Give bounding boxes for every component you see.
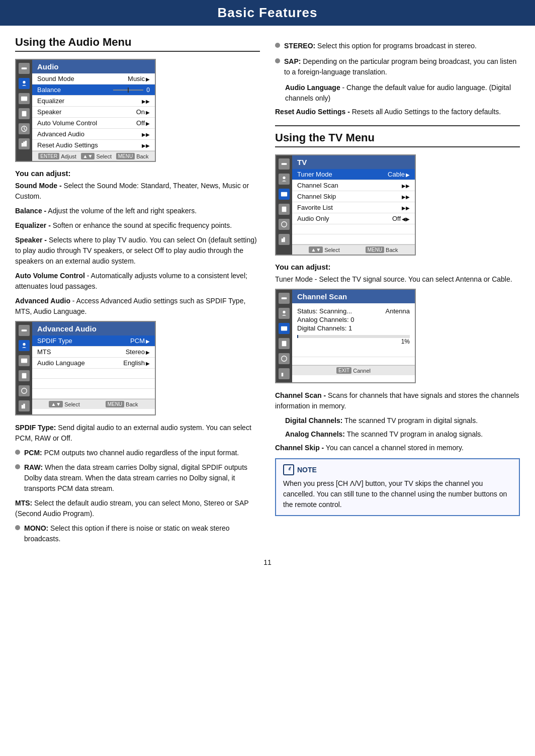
mts-label: MTS <box>37 348 51 356</box>
tv-footer-back: MENU Back <box>366 246 398 253</box>
adv-sidebar-icon-5 <box>19 385 30 396</box>
advanced-audio-label: Advanced Audio <box>37 130 84 138</box>
mts-value: Stereo <box>126 348 150 356</box>
svg-point-31 <box>283 311 285 313</box>
reset-audio-desc: Reset Audio Settings - Resets all Audio … <box>275 107 520 117</box>
adv-back-btn: MENU <box>106 401 124 407</box>
equalizer-value <box>142 97 150 105</box>
sound-mode-value: Music <box>128 75 150 82</box>
pcm-text: PCM: PCM outputs two channel audio regar… <box>24 448 239 458</box>
svg-rect-6 <box>23 112 25 113</box>
audio-sound-mode-row: Sound Mode Music <box>32 73 155 85</box>
scan-analog: Analog Channels: 0 <box>297 316 354 323</box>
channel-scan-value <box>402 182 410 189</box>
audio-reset-row: Reset Audio Settings <box>32 140 155 151</box>
scan-digital: Digital Channels: 1 <box>297 324 352 332</box>
note-text: When you press [CH Λ/V] button, your TV … <box>283 478 512 510</box>
pcm-dot <box>15 450 20 455</box>
channel-scan-row: Channel Scan <box>292 180 415 191</box>
audio-menu-box: Audio Sound Mode Music Balance 0 Equaliz <box>15 59 156 162</box>
tv-sidebar-icon-1 <box>279 158 290 170</box>
balance-tick <box>128 88 129 93</box>
audio-language-desc: Audio Language - Change the default valu… <box>285 82 520 104</box>
svg-rect-23 <box>281 192 287 197</box>
audio-only-row: Audio Only Off <box>292 213 415 224</box>
svg-rect-5 <box>22 111 27 117</box>
advanced-audio-menu-box: Advanced Audio SPDIF Type PCM MTS Stereo… <box>15 321 156 415</box>
tv-menu-title: Using the TV Menu <box>275 131 520 147</box>
reset-label: Reset Audio Settings <box>37 141 98 149</box>
channel-skip-label: Channel Skip <box>297 193 336 200</box>
raw-text: RAW: When the data stream carries Dolby … <box>24 462 260 494</box>
footer-back: MENU Back <box>116 153 149 159</box>
tv-sidebar-icon-4 <box>279 204 290 215</box>
tv-menu-header: TV <box>292 155 415 169</box>
svg-rect-18 <box>22 405 24 408</box>
cs-sidebar-icon-4 <box>279 338 290 349</box>
advanced-audio-arrow <box>142 130 150 138</box>
svg-rect-7 <box>23 114 25 115</box>
reset-arrow <box>142 141 150 149</box>
advanced-audio-header: Advanced Audio <box>32 322 155 335</box>
svg-point-26 <box>282 222 287 227</box>
tv-menu-content: TV Tuner Mode Cable Channel Scan Channel… <box>292 155 415 255</box>
svg-point-21 <box>283 163 285 165</box>
channel-skip-desc: Channel Skip - You can cancel a channel … <box>275 443 520 453</box>
tv-footer-select: ▲▼ Select <box>309 246 339 253</box>
svg-rect-16 <box>22 373 27 379</box>
avc-value: Off <box>136 119 150 127</box>
advanced-audio-desc: Advanced Audio - Access Advanced Audio s… <box>15 296 260 317</box>
favorite-list-row: Favorite List <box>292 202 415 213</box>
speaker-desc: Speaker - Selects where to play TV audio… <box>15 235 260 267</box>
tuner-mode-desc: Tuner Mode - Select the TV signal source… <box>275 274 520 285</box>
right-column: STEREO: Select this option for programs … <box>275 36 520 548</box>
footer-enter: ENTER Adjust <box>38 153 76 159</box>
cs-sidebar-icon-3 <box>279 323 290 334</box>
svg-point-1 <box>23 67 25 69</box>
raw-bullet: RAW: When the data stream carries Dolby … <box>15 462 260 494</box>
raw-dot <box>15 464 20 469</box>
avc-arrow <box>146 119 150 127</box>
sidebar-icon-1 <box>19 63 30 74</box>
sap-bullet: SAP: Depending on the particular program… <box>275 56 520 77</box>
reset-value <box>142 141 150 149</box>
svg-point-30 <box>283 297 285 299</box>
sidebar-icon-6 <box>19 138 30 149</box>
audio-language-row: Audio Language English <box>32 358 155 369</box>
spdif-arrow <box>146 337 150 345</box>
adv-empty-3 <box>32 389 155 399</box>
sap-dot <box>275 58 280 63</box>
avc-label: Auto Volume Control <box>37 119 97 127</box>
adv-footer-select: ▲▼ Select <box>49 401 79 407</box>
svg-point-13 <box>23 329 25 331</box>
svg-point-14 <box>23 343 25 346</box>
tv-sidebar-icon-6 <box>279 234 290 245</box>
speaker-value: On <box>136 108 150 116</box>
channel-scan-arrow <box>402 182 410 189</box>
mts-row: MTS Stereo <box>32 347 155 358</box>
svg-rect-11 <box>25 141 27 146</box>
audio-menu-header: Audio <box>32 60 155 73</box>
cs-empty-2 <box>292 357 415 365</box>
audio-speaker-row: Speaker On <box>32 107 155 118</box>
tv-select-btn: ▲▼ <box>309 246 323 253</box>
svg-rect-9 <box>22 143 24 146</box>
svg-point-22 <box>283 177 285 179</box>
tv-menu-box: TV Tuner Mode Cable Channel Scan Channel… <box>275 154 416 256</box>
audio-menu-footer: ENTER Adjust ▲▼ Select MENU Back <box>32 151 155 161</box>
scan-status-row: Status: Scanning... Antenna <box>297 307 410 315</box>
note-header: ᵋ́ NOTE <box>283 464 512 475</box>
cs-exit-btn: EXIT <box>336 367 351 374</box>
balance-label: Balance <box>37 86 61 94</box>
spdif-desc: SPDIF Type: Send digital audio to an ext… <box>15 423 260 444</box>
advanced-audio-footer: ▲▼ Select MENU Back <box>32 399 155 409</box>
svg-rect-33 <box>282 341 287 347</box>
mono-text: MONO: Select this option if there is noi… <box>24 523 260 544</box>
channel-scan-desc: Channel Scan - Scans for channels that h… <box>275 390 520 411</box>
tv-menu-sidebar <box>276 155 292 255</box>
cs-sidebar-icon-2 <box>279 308 290 319</box>
tv-sidebar-icon-5 <box>279 219 290 230</box>
cs-sidebar-icon-6 <box>279 368 290 379</box>
cs-sidebar-icon-5 <box>279 353 290 364</box>
adv-select-btn: ▲▼ <box>49 401 63 407</box>
